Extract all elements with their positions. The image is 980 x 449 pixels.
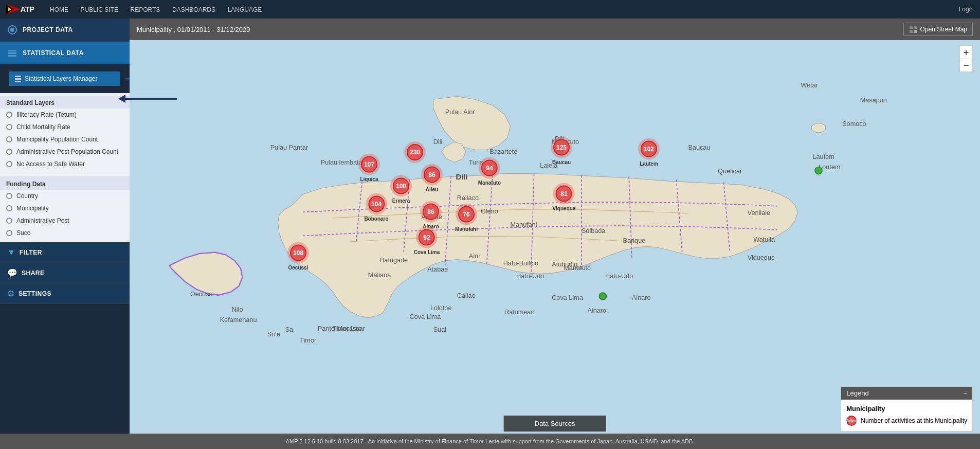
settings-button[interactable]: ⚙ SETTINGS (0, 283, 130, 304)
layer-label-child-mortality: Child Mortality Rate (16, 123, 70, 131)
svg-text:Ainaro: Ainaro (632, 294, 651, 301)
svg-text:Batugade: Batugade (380, 257, 408, 264)
cluster-label-81: Viqueque (553, 206, 576, 211)
cluster-76[interactable]: 76 Manufahi (455, 204, 478, 232)
cluster-102[interactable]: 102 Lautem (638, 138, 660, 167)
layer-label-municipality: Municipality (16, 205, 49, 212)
legend-layer-name: Municipality (846, 405, 967, 412)
cluster-86-aileu[interactable]: 86 Aileu (421, 164, 443, 192)
cluster-100[interactable]: 100 Ermera (390, 175, 412, 204)
nav-home[interactable]: HOME (50, 6, 68, 13)
svg-point-77 (815, 167, 822, 174)
cluster-label-76: Manufahi (455, 226, 478, 232)
nav-language[interactable]: LANGUAGE (228, 6, 262, 13)
cluster-125[interactable]: 125 Baucau (551, 137, 572, 165)
zoom-out-button[interactable]: − (959, 59, 973, 72)
layer-no-safe-water[interactable]: No Access to Safe Water (0, 158, 130, 170)
arrow-indicator (118, 95, 177, 103)
layer-label-admin-pop: Administrative Post Population Count (16, 148, 118, 155)
svg-text:Masapun: Masapun (860, 97, 887, 104)
layer-dot-child-mortality (6, 124, 12, 130)
project-data-section: PROJECT DATA (0, 19, 130, 42)
filter-button[interactable]: ▼ FILTER (0, 243, 130, 263)
layer-dot-illiteracy (6, 112, 12, 118)
legend-header: Legend − (841, 387, 972, 400)
svg-text:Manufahi: Manufahi (511, 221, 537, 228)
svg-rect-7 (8, 55, 16, 57)
layer-child-mortality[interactable]: Child Mortality Rate (0, 121, 130, 133)
top-navigation: ATP HOME PUBLIC SITE REPORTS DASHBOARDS … (0, 0, 980, 19)
layer-municipality-population[interactable]: Municipality Population Count (0, 133, 130, 146)
map-title: Municipality , 01/01/2011 - 31/12/2020 (137, 26, 250, 33)
layer-admin-post-population[interactable]: Administrative Post Population Count (0, 146, 130, 158)
cluster-value-81: 81 (556, 186, 572, 202)
svg-rect-5 (8, 50, 16, 51)
statistical-layers-manager-button[interactable]: Statistical Layers Manager (9, 71, 120, 86)
nav-reports[interactable]: REPORTS (131, 6, 160, 13)
map-container: Municipality , 01/01/2011 - 31/12/2020 O… (130, 19, 980, 434)
svg-text:Viqueque: Viqueque (748, 254, 775, 261)
cluster-86-ainaro[interactable]: 86 Ainaro (420, 201, 442, 229)
data-sources-bar[interactable]: Data Sources (504, 416, 606, 432)
svg-text:Hatu-Builico: Hatu-Builico (503, 260, 538, 267)
project-data-header[interactable]: PROJECT DATA (0, 19, 130, 41)
layer-dot-admin-post (6, 218, 12, 224)
map-layer-button[interactable]: Open Street Map (903, 23, 973, 36)
svg-text:Suai: Suai (433, 326, 446, 333)
cluster-value-100: 100 (393, 178, 409, 194)
cluster-108[interactable]: 108 Oecussi (287, 242, 309, 271)
nav-dashboards[interactable]: DASHBOARDS (172, 6, 215, 13)
svg-point-16 (811, 123, 826, 132)
svg-text:So'e: So'e (267, 331, 280, 338)
layer-label-illiteracy: Illiteracy Rate (Tetum) (16, 111, 77, 118)
main-nav: HOME PUBLIC SITE REPORTS DASHBOARDS LANG… (45, 6, 267, 13)
svg-text:Somoco: Somoco (842, 120, 866, 128)
svg-rect-6 (8, 52, 16, 54)
map-layer-btn-label: Open Street Map (920, 26, 967, 33)
cluster-value-108: 108 (290, 245, 306, 261)
statistical-data-header[interactable]: STATISTICAL DATA (0, 42, 130, 64)
funding-layer-suco[interactable]: Suco (0, 227, 130, 239)
funding-layer-country[interactable]: Country (0, 190, 130, 202)
legend-minimize-button[interactable]: − (963, 389, 967, 397)
project-data-icon (6, 24, 19, 36)
funding-layer-admin-post[interactable]: Administrative Post (0, 214, 130, 227)
map-background[interactable]: Manatuto Dili Laleia Baucau Quelicai Ven… (130, 40, 980, 434)
svg-text:Baucau: Baucau (688, 144, 710, 151)
layer-label-municipality-pop: Municipality Population Count (16, 136, 98, 143)
cluster-value-104: 104 (368, 196, 385, 212)
svg-text:Lautem: Lautem (812, 153, 834, 160)
login-button[interactable]: Login (959, 6, 974, 13)
cluster-label-94: Manatuto (478, 180, 501, 186)
circle-icon (7, 25, 17, 35)
cluster-value-230: 230 (407, 144, 423, 160)
zoom-in-button[interactable]: + (959, 45, 973, 59)
cluster-104[interactable]: 104 Bobonaro (364, 193, 388, 222)
svg-text:Cova Lima: Cova Lima (410, 313, 442, 320)
cluster-value-86-ainaro: 86 (423, 204, 439, 220)
funding-data-title: Funding Data (0, 176, 130, 190)
cluster-92[interactable]: 92 Cova Lima (414, 227, 440, 255)
cluster-94[interactable]: 94 Manatuto (478, 157, 501, 186)
main-layout: PROJECT DATA STATISTICAL DATA (0, 19, 980, 434)
cluster-107[interactable]: 107 Liquica (358, 154, 380, 182)
logo-flag-icon (6, 4, 21, 14)
funding-layer-municipality[interactable]: Municipality (0, 202, 130, 214)
cluster-81[interactable]: 81 Viqueque (553, 183, 576, 211)
svg-text:Bazartete: Bazartete (489, 148, 517, 155)
nav-public-site[interactable]: PUBLIC SITE (81, 6, 118, 13)
cluster-value-92: 92 (419, 229, 435, 246)
layer-label-country: Country (16, 192, 38, 200)
footer: AMP 2.12.6.10 build 8.03.2017 - An initi… (0, 434, 980, 449)
layer-illiteracy-rate[interactable]: Illiteracy Rate (Tetum) (0, 109, 130, 121)
cluster-label-125: Baucau (552, 159, 571, 165)
svg-rect-8 (15, 76, 21, 77)
funding-data-group: Funding Data Country Municipality Admini… (0, 173, 130, 242)
svg-text:Pulau Alor: Pulau Alor (445, 109, 476, 116)
layers-icon (7, 48, 17, 58)
svg-text:Oecussi: Oecussi (190, 291, 214, 298)
cluster-230[interactable]: 230 (404, 141, 426, 163)
layer-dot-suco (6, 230, 12, 236)
svg-rect-14 (914, 30, 917, 33)
share-button[interactable]: 💬 SHARE (0, 263, 130, 283)
